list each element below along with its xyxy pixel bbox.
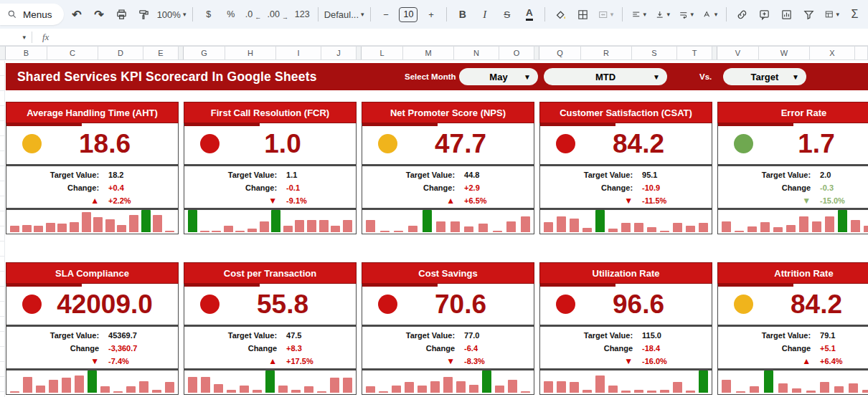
create-filter-button[interactable] (800, 4, 818, 24)
more-formats-button[interactable]: 123 (293, 4, 311, 24)
target-label: Target Value: (362, 171, 455, 179)
column-header-M[interactable]: M (403, 47, 454, 59)
text-rotation-icon (702, 9, 712, 21)
font-select[interactable]: Defaul...▾ (325, 4, 364, 24)
change-label: Change: (362, 183, 455, 192)
fill-color-icon (555, 9, 567, 21)
kpi-value: 1.0 (220, 129, 356, 159)
column-header-stub (0, 47, 6, 59)
column-header-B[interactable]: B (6, 47, 47, 59)
column-header-L[interactable]: L (362, 47, 403, 59)
sparkline-bar (70, 222, 79, 232)
horizontal-align-button[interactable]: ▾ (629, 4, 648, 24)
text-wrap-button[interactable]: ▾ (676, 4, 696, 24)
change-label: Change (6, 344, 99, 353)
format-currency-button[interactable]: $ (199, 4, 217, 24)
formula-bar[interactable]: ▾ fx (0, 29, 868, 46)
borders-button[interactable] (574, 4, 592, 24)
hidden-column-spacer (179, 47, 184, 59)
undo-button[interactable]: ↶ (68, 4, 86, 24)
change-label: Change: (540, 183, 633, 192)
kpi-card: Cost Savings 70.6 Target Value:77.0 Chan… (362, 262, 534, 395)
insert-link-button[interactable] (733, 4, 751, 24)
chevron-down-icon: ▼ (524, 73, 531, 81)
column-header-E[interactable]: E (143, 47, 179, 59)
sparkline-bar (838, 210, 847, 232)
month-dropdown[interactable]: May ▼ (459, 68, 538, 85)
column-header-N[interactable]: N (454, 47, 499, 59)
sparkline-bar (736, 391, 745, 393)
print-button[interactable] (113, 4, 131, 24)
italic-button[interactable]: I (476, 4, 494, 24)
redo-icon: ↷ (94, 8, 103, 21)
fill-color-button[interactable] (552, 4, 570, 24)
sparkline-bar (621, 391, 631, 393)
column-header-W[interactable]: W (759, 47, 810, 59)
sparkline-bar (760, 222, 770, 232)
change-label: Change (718, 344, 811, 353)
name-box[interactable]: ▾ (0, 34, 32, 41)
column-header-I[interactable]: I (276, 47, 321, 59)
period-dropdown[interactable]: MTD ▼ (544, 68, 667, 85)
column-header-S[interactable]: S (632, 47, 677, 59)
sparkline-bar (23, 377, 32, 393)
sparkline-bar (673, 223, 682, 232)
menus-search-button[interactable]: Menus (0, 4, 64, 25)
column-header-X[interactable]: X (810, 47, 855, 59)
sparkline-bar (482, 370, 491, 393)
column-header-O[interactable]: O (499, 47, 534, 59)
toolbar-divider (318, 7, 319, 21)
format-percent-button[interactable]: % (222, 4, 240, 24)
chevron-down-icon: ▾ (643, 11, 647, 18)
insert-chart-button[interactable] (778, 4, 796, 24)
zoom-select[interactable]: 100%▾ (157, 4, 187, 24)
column-header-G[interactable]: G (184, 47, 225, 59)
sparkline-bar (521, 216, 530, 232)
kpi-card-row-1: Average Handling Time (AHT) 18.6 Target … (6, 102, 868, 234)
increase-decimal-button[interactable]: .00→ (267, 4, 289, 24)
target-value: 115.0 (633, 331, 661, 340)
increase-font-size-button[interactable]: + (422, 4, 440, 24)
sparkline-bar (430, 381, 440, 393)
font-size-input[interactable]: 10 (399, 7, 418, 22)
column-header-C[interactable]: C (47, 47, 98, 59)
kpi-stats: Target Value:47.5 Change+8.3 ▲+17.5% (184, 325, 357, 369)
kpi-card: Customer Satisfaction (CSAT) 84.2 Target… (539, 102, 712, 234)
status-indicator (734, 134, 753, 153)
column-header-R[interactable]: R (581, 47, 632, 59)
insert-comment-button[interactable] (755, 4, 773, 24)
column-header-T[interactable]: T (677, 47, 712, 59)
paint-format-button[interactable] (135, 4, 153, 24)
trend-arrow-icon: ▼ (540, 356, 633, 366)
sparkline-bar (469, 385, 478, 393)
change-label: Change (718, 183, 811, 192)
vertical-align-button[interactable]: ▾ (653, 4, 672, 24)
text-rotation-button[interactable]: ▾ (700, 4, 720, 24)
column-header-H[interactable]: H (225, 47, 276, 59)
table-views-button[interactable]: ▾ (822, 4, 841, 24)
decrease-decimal-button[interactable]: .0← (244, 4, 262, 24)
bold-button[interactable]: B (453, 4, 471, 24)
redo-button[interactable]: ↷ (90, 4, 108, 24)
decrease-font-size-button[interactable]: − (377, 4, 395, 24)
toolbar-divider (544, 7, 545, 21)
sparkline-bar (799, 216, 808, 232)
strikethrough-button[interactable]: S (498, 4, 516, 24)
merge-cells-button[interactable]: ▾ (596, 4, 615, 24)
sparkline-bar (152, 390, 161, 393)
chevron-down-icon: ▾ (667, 11, 671, 18)
column-header-D[interactable]: D (98, 47, 143, 59)
sparkline-bar (862, 390, 868, 393)
compare-dropdown[interactable]: Target ▼ (723, 68, 806, 85)
search-icon (7, 9, 17, 19)
card-title-shadow (540, 283, 615, 287)
change-value: +5.1 (811, 344, 836, 353)
sparkline-bar (812, 221, 821, 233)
text-color-button[interactable]: A (520, 4, 538, 24)
functions-button[interactable]: Σ (846, 4, 864, 24)
target-label: Target Value: (362, 331, 455, 340)
column-header-Q[interactable]: Q (539, 47, 581, 59)
column-header-J[interactable]: J (321, 47, 357, 59)
sparkline-bar (864, 226, 868, 232)
column-header-V[interactable]: V (717, 47, 759, 59)
